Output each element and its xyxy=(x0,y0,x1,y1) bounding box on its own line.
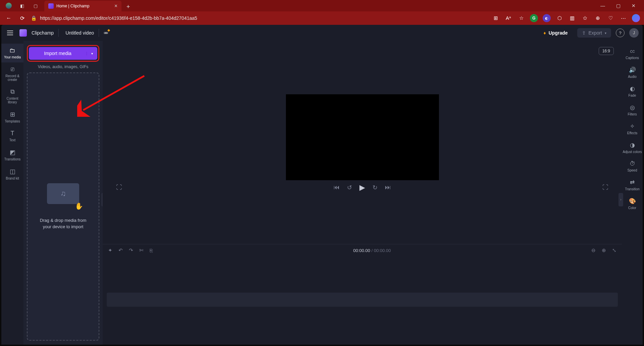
rr-color[interactable]: 🎨Color xyxy=(622,194,643,213)
minimize-icon[interactable]: — xyxy=(595,0,610,11)
rr-speed[interactable]: ⏱Speed xyxy=(622,157,643,176)
color-icon: 🎨 xyxy=(629,198,636,205)
rail-label: Templates xyxy=(5,119,20,123)
divider xyxy=(58,29,59,37)
browser-toolbar: ← ⟳ 🔒 https://app.clipchamp.com/editor/c… xyxy=(0,11,644,25)
rr-filters[interactable]: ◎Filters xyxy=(622,101,643,119)
rewind-icon[interactable]: ↺ xyxy=(347,184,352,191)
export-icon: ⇪ xyxy=(582,30,586,36)
favorite-icon[interactable]: ☆ xyxy=(517,14,525,22)
rail-text[interactable]: T Text xyxy=(1,127,23,145)
tab-actions-icon[interactable]: ▢ xyxy=(30,1,42,10)
fade-icon: ◐ xyxy=(630,85,635,92)
rail-label: Your media xyxy=(4,55,21,59)
center-area: 16:9 ⛶ ⏮ ↺ ▶ ↻ ⏭ ⛶ ✦ ↶ ↷ ✄ ⎘ xyxy=(103,41,622,345)
maximize-icon[interactable]: ▢ xyxy=(610,0,626,11)
undo-icon[interactable]: ↶ xyxy=(118,247,123,253)
import-media-label: Import media xyxy=(29,51,87,56)
aspect-ratio-button[interactable]: 16:9 xyxy=(599,47,614,55)
project-title[interactable]: Untitled video xyxy=(65,30,94,36)
browser-titlebar: ◧ ▢ Home | Clipchamp × + — ▢ ✕ xyxy=(0,0,644,11)
rail-your-media[interactable]: 🗀 Your media xyxy=(1,44,23,62)
captions-icon: ㏄ xyxy=(630,47,635,55)
titlebar-left: ◧ ▢ xyxy=(3,1,42,10)
app-install-icon[interactable]: ⊞ xyxy=(492,14,500,22)
split-icon[interactable]: ⎘ xyxy=(150,248,153,253)
fullscreen-icon[interactable]: ⛶ xyxy=(602,184,608,191)
extension-purple-icon[interactable]: ◐ xyxy=(543,14,551,22)
rail-content-library[interactable]: ⧉ Content library xyxy=(1,85,23,107)
menu-button[interactable] xyxy=(5,28,15,38)
zoom-in-icon[interactable]: ⊕ xyxy=(602,247,606,253)
rail-label: Transitions xyxy=(4,157,21,161)
rail-record-create[interactable]: ⎚ Record & create xyxy=(1,62,23,85)
effects-icon: ✧ xyxy=(630,123,635,130)
zoom-out-icon[interactable]: ⊖ xyxy=(591,247,596,253)
refresh-icon[interactable]: ⟳ xyxy=(17,13,27,23)
tab-close-icon[interactable]: × xyxy=(114,3,117,9)
timeline-time: 00:00.00 / 00:00.00 xyxy=(353,248,391,253)
split-screen-icon[interactable]: ▥ xyxy=(568,14,576,22)
import-media-button[interactable]: Import media ▾ xyxy=(29,47,97,60)
rail-brand-kit[interactable]: ◫ Brand kit xyxy=(1,164,23,184)
brandkit-icon: ◫ xyxy=(10,168,15,175)
rail-templates[interactable]: ⊞ Templates xyxy=(1,107,23,127)
extensions-icon[interactable]: ⬡ xyxy=(555,14,563,22)
tab-strip: Home | Clipchamp × + xyxy=(44,0,133,11)
rail-transitions[interactable]: ◩ Transitions xyxy=(1,145,23,164)
zoom-fit-icon[interactable]: ⤡ xyxy=(612,247,616,253)
address-bar[interactable]: 🔒 https://app.clipchamp.com/editor/c4193… xyxy=(31,15,488,21)
redo-icon[interactable]: ↷ xyxy=(129,247,133,253)
rr-transition[interactable]: ⇄Transition xyxy=(622,176,643,194)
rr-effects[interactable]: ✧Effects xyxy=(622,119,643,138)
text-icon: T xyxy=(11,130,14,137)
right-panel-expand-button[interactable]: › xyxy=(618,193,623,206)
grammarly-icon[interactable]: G xyxy=(530,14,538,22)
skip-end-icon[interactable]: ⏭ xyxy=(385,184,391,191)
clipchamp-app: Clipchamp Untitled video ⚮ ♦ Upgrade ⇪ E… xyxy=(1,25,643,345)
rr-captions[interactable]: ㏄Captions xyxy=(622,44,643,63)
timeline-tracks[interactable] xyxy=(103,256,622,345)
avatar[interactable]: J xyxy=(629,28,639,38)
diamond-icon: ♦ xyxy=(544,30,546,36)
media-dropzone[interactable]: ♫ ✋ Drag & drop media from your device t… xyxy=(27,72,99,341)
browser-tab-active[interactable]: Home | Clipchamp × xyxy=(44,1,121,11)
timeline-area: ✦ ↶ ↷ ✄ ⎘ 00:00.00 / 00:00.00 ⊖ ⊕ ⤡ xyxy=(103,244,622,345)
transitions-icon: ◩ xyxy=(10,149,15,156)
play-icon[interactable]: ▶ xyxy=(359,183,365,192)
downloads-icon[interactable]: ♡ xyxy=(606,14,614,22)
copilot-icon[interactable] xyxy=(632,14,640,22)
workspaces-icon[interactable]: ◧ xyxy=(16,1,28,10)
rail-label: Record & create xyxy=(3,74,22,82)
more-icon[interactable]: ⋯ xyxy=(619,14,627,22)
rr-fade[interactable]: ◐Fade xyxy=(622,82,643,101)
collections-icon[interactable]: ⊕ xyxy=(594,14,602,22)
video-preview[interactable] xyxy=(286,94,439,180)
favorites-bar-icon[interactable]: ✩ xyxy=(581,14,589,22)
upgrade-button[interactable]: ♦ Upgrade xyxy=(539,28,573,38)
forward-icon[interactable]: ↻ xyxy=(373,184,378,191)
chevron-down-icon: ▾ xyxy=(605,31,606,35)
text-size-icon[interactable]: Aᵃ xyxy=(504,14,512,22)
hand-icon: ✋ xyxy=(75,202,83,210)
back-icon[interactable]: ← xyxy=(4,13,13,23)
close-window-icon[interactable]: ✕ xyxy=(626,0,641,11)
export-label: Export xyxy=(589,30,602,36)
ai-icon[interactable]: ✦ xyxy=(108,247,112,253)
lock-icon: 🔒 xyxy=(31,15,37,21)
new-tab-button[interactable]: + xyxy=(123,2,133,11)
help-icon[interactable]: ? xyxy=(616,29,625,37)
export-button[interactable]: ⇪ Export ▾ xyxy=(577,28,611,38)
timeline-track[interactable] xyxy=(107,293,618,307)
detach-preview-icon[interactable]: ⛶ xyxy=(116,184,122,191)
filters-icon: ◎ xyxy=(630,104,635,111)
tab-title: Home | Clipchamp xyxy=(56,4,89,8)
media-panel: Import media ▾ Videos, audio, images, GI… xyxy=(23,41,103,345)
skip-start-icon[interactable]: ⏮ xyxy=(334,184,340,191)
profile-icon[interactable] xyxy=(3,1,15,10)
import-dropdown-icon[interactable]: ▾ xyxy=(87,52,97,55)
rr-adjust-colors[interactable]: ◑Adjust colors xyxy=(622,138,643,157)
cut-icon[interactable]: ✄ xyxy=(139,247,144,253)
unlink-icon[interactable]: ⚮ xyxy=(104,30,108,36)
rr-audio[interactable]: 🔊Audio xyxy=(622,63,643,82)
